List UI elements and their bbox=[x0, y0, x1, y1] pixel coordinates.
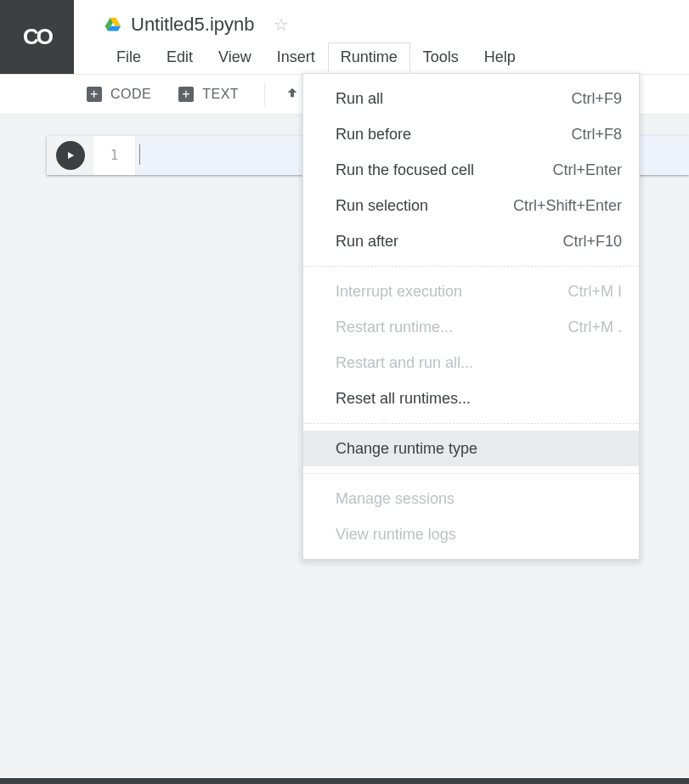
menu-item-label: Run selection bbox=[336, 197, 428, 215]
menu-runtime[interactable]: Runtime bbox=[328, 42, 410, 72]
menu-item-label: Reset all runtimes... bbox=[336, 390, 471, 408]
menu-item-shortcut: Ctrl+F9 bbox=[571, 90, 622, 108]
plus-icon: + bbox=[178, 87, 194, 102]
menu-manage-sessions: Manage sessions bbox=[303, 481, 639, 516]
add-code-label: CODE bbox=[110, 87, 151, 102]
title-row: Untitled5.ipynb ☆ bbox=[104, 0, 689, 41]
runtime-dropdown: Run all Ctrl+F9 Run before Ctrl+F8 Run t… bbox=[302, 73, 640, 560]
menu-item-shortcut: Ctrl+F10 bbox=[562, 233, 622, 251]
play-icon bbox=[56, 141, 85, 170]
menu-item-shortcut: Ctrl+M . bbox=[568, 319, 622, 336]
line-number-gutter: 1 bbox=[93, 136, 136, 175]
colab-logo-text: CO bbox=[23, 24, 51, 50]
toolbar-divider bbox=[264, 82, 265, 106]
menu-item-label: Interrupt execution bbox=[336, 283, 462, 301]
menu-run-before[interactable]: Run before Ctrl+F8 bbox=[303, 116, 639, 152]
menu-view-runtime-logs: View runtime logs bbox=[303, 516, 639, 552]
menu-item-shortcut: Ctrl+M I bbox=[568, 283, 622, 301]
menu-item-label: Run after bbox=[336, 233, 398, 251]
add-text-button[interactable]: + TEXT bbox=[168, 82, 249, 107]
menu-item-shortcut: Ctrl+Enter bbox=[552, 161, 622, 179]
menu-item-label: Change runtime type bbox=[336, 440, 477, 458]
plus-icon: + bbox=[87, 87, 102, 102]
line-number: 1 bbox=[110, 148, 118, 163]
menu-restart-runtime: Restart runtime... Ctrl+M . bbox=[303, 309, 639, 345]
menu-divider bbox=[303, 423, 639, 424]
menu-view[interactable]: View bbox=[206, 42, 264, 72]
menu-help[interactable]: Help bbox=[472, 42, 528, 72]
menu-change-runtime-type[interactable]: Change runtime type bbox=[303, 431, 639, 466]
menu-file[interactable]: File bbox=[104, 42, 154, 72]
text-cursor bbox=[139, 144, 140, 165]
menu-item-label: Run all bbox=[336, 90, 383, 108]
menu-item-label: View runtime logs bbox=[336, 526, 456, 544]
menu-restart-run-all: Restart and run all... bbox=[303, 345, 639, 381]
menu-interrupt-execution: Interrupt execution Ctrl+M I bbox=[303, 274, 639, 309]
status-bar bbox=[0, 778, 689, 784]
menu-insert[interactable]: Insert bbox=[264, 42, 328, 72]
colab-logo[interactable]: CO bbox=[0, 0, 74, 74]
add-text-label: TEXT bbox=[202, 87, 239, 102]
menu-divider bbox=[303, 266, 639, 267]
menu-item-label: Manage sessions bbox=[336, 490, 455, 508]
header: Untitled5.ipynb ☆ File Edit View Insert … bbox=[74, 0, 689, 74]
menu-run-selection[interactable]: Run selection Ctrl+Shift+Enter bbox=[303, 188, 639, 223]
menu-run-all[interactable]: Run all Ctrl+F9 bbox=[303, 81, 639, 116]
menu-run-focused-cell[interactable]: Run the focused cell Ctrl+Enter bbox=[303, 152, 639, 188]
menu-run-after[interactable]: Run after Ctrl+F10 bbox=[303, 223, 639, 259]
menu-item-label: Run before bbox=[336, 126, 411, 144]
run-cell-button[interactable] bbox=[47, 136, 93, 175]
menu-item-label: Restart runtime... bbox=[336, 319, 453, 336]
document-title[interactable]: Untitled5.ipynb bbox=[131, 14, 255, 36]
menubar: File Edit View Insert Runtime Tools Help bbox=[104, 41, 689, 74]
menu-item-label: Run the focused cell bbox=[336, 161, 474, 179]
menu-divider bbox=[303, 473, 639, 474]
menu-item-shortcut: Ctrl+F8 bbox=[571, 126, 622, 144]
google-drive-icon bbox=[104, 16, 122, 33]
star-icon[interactable]: ☆ bbox=[274, 14, 289, 35]
menu-item-label: Restart and run all... bbox=[336, 354, 473, 372]
move-cell-up-button[interactable] bbox=[280, 82, 304, 107]
add-code-button[interactable]: + CODE bbox=[76, 82, 161, 107]
menu-reset-all-runtimes[interactable]: Reset all runtimes... bbox=[303, 381, 639, 416]
menu-edit[interactable]: Edit bbox=[154, 42, 206, 72]
menu-item-shortcut: Ctrl+Shift+Enter bbox=[513, 197, 622, 215]
menu-tools[interactable]: Tools bbox=[410, 42, 472, 72]
